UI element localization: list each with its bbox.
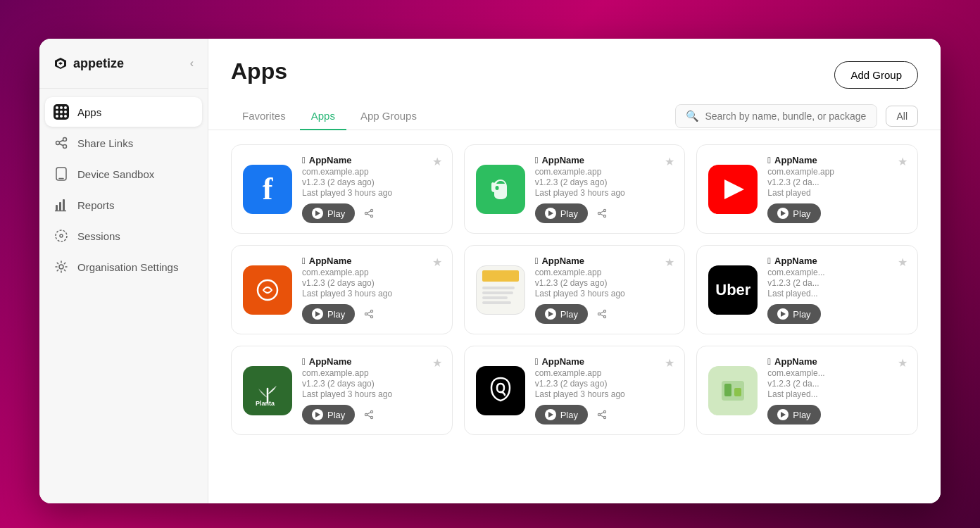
logo-icon	[54, 56, 68, 70]
svg-line-32	[367, 312, 371, 313]
reports-icon	[54, 197, 69, 213]
sidebar-item-sessions-label: Sessions	[77, 230, 120, 242]
tab-app-groups[interactable]: App Groups	[349, 103, 428, 130]
app-info-8:  AppName com.example... v1.2.3 (2 da...…	[767, 356, 906, 425]
app-bundle-8: com.example...	[767, 368, 906, 378]
logo-area: appetize	[54, 56, 124, 71]
app-bundle-3: com.example.app	[302, 268, 441, 277]
device-sandbox-icon	[54, 166, 69, 182]
svg-line-33	[367, 315, 371, 316]
sidebar-item-sessions[interactable]: Sessions	[45, 221, 202, 251]
svg-line-48	[600, 413, 603, 414]
app-card-2[interactable]:  AppName com.example.app v1.2.3 (2 da..…	[696, 144, 918, 234]
svg-point-34	[603, 310, 605, 312]
app-card-8[interactable]:  AppName com.example... v1.2.3 (2 da...…	[696, 346, 918, 435]
favorite-button-3[interactable]: ★	[431, 254, 444, 270]
share-button-3[interactable]	[360, 306, 377, 322]
sidebar-item-reports[interactable]: Reports	[45, 190, 202, 220]
favorite-button-4[interactable]: ★	[663, 254, 676, 270]
share-button-6[interactable]	[360, 406, 377, 423]
app-version-0: v1.2.3 (2 days ago)	[302, 177, 441, 187]
app-bundle-2: com.example.app	[767, 167, 906, 177]
play-button-0[interactable]: Play	[302, 203, 355, 223]
favorite-button-6[interactable]: ★	[431, 355, 444, 371]
share-button-0[interactable]	[360, 205, 377, 222]
favorite-button-1[interactable]: ★	[663, 153, 676, 170]
filter-all-badge[interactable]: All	[886, 106, 918, 127]
app-info-7:  AppName com.example.app v1.2.3 (2 days…	[535, 356, 674, 425]
app-version-1: v1.2.3 (2 days ago)	[535, 177, 674, 187]
favorite-button-0[interactable]: ★	[431, 153, 444, 170]
sidebar-item-share-links[interactable]: Share Links	[45, 128, 202, 158]
svg-line-27	[600, 214, 603, 215]
share-button-4[interactable]	[593, 306, 610, 322]
app-card-1[interactable]:  AppName com.example.app v1.2.3 (2 days…	[464, 144, 686, 234]
play-circle-icon	[312, 208, 323, 219]
svg-point-5	[63, 145, 67, 149]
play-button-5[interactable]: Play	[767, 304, 820, 324]
svg-point-25	[603, 215, 605, 217]
app-last-played-7: Last played 3 hours ago	[535, 389, 674, 399]
share-button-1[interactable]	[593, 205, 610, 222]
svg-point-22	[495, 186, 498, 190]
share-button-7[interactable]	[593, 406, 610, 423]
share-icon	[596, 308, 608, 320]
app-name-8: AppName	[774, 356, 817, 367]
app-card-6[interactable]: Planta  AppName com.example.app v1.2.3 …	[231, 346, 453, 435]
app-name-7: AppName	[541, 356, 584, 367]
svg-point-28	[258, 280, 277, 300]
play-button-3[interactable]: Play	[302, 304, 355, 324]
collapse-sidebar-button[interactable]: ‹	[187, 54, 196, 73]
app-last-played-8: Last played...	[767, 389, 906, 399]
app-actions-8: Play	[767, 405, 906, 425]
svg-point-15	[60, 234, 63, 237]
svg-rect-51	[724, 384, 731, 396]
app-card-5[interactable]: Uber  AppName com.example... v1.2.3 (2 …	[696, 245, 918, 334]
sidebar-item-device-sandbox[interactable]: Device Sandbox	[45, 159, 202, 189]
app-icon-planta: Planta	[243, 366, 292, 415]
app-last-played-0: Last played 3 hours ago	[302, 188, 441, 198]
organisation-settings-icon	[54, 259, 69, 275]
app-info-4:  AppName com.example.app v1.2.3 (2 days…	[535, 256, 674, 324]
app-bundle-0: com.example.app	[302, 167, 441, 177]
app-actions-3: Play	[302, 304, 441, 324]
sidebar-item-organisation-settings[interactable]: Organisation Settings	[45, 252, 202, 282]
svg-line-6	[59, 140, 63, 142]
sidebar-item-reports-label: Reports	[77, 199, 115, 211]
favorite-button-8[interactable]: ★	[896, 355, 909, 371]
app-card-4[interactable]:  AppName com.example.app v1.2.3 (2 days…	[464, 245, 686, 334]
sidebar-item-organisation-settings-label: Organisation Settings	[77, 261, 178, 273]
svg-point-4	[56, 142, 60, 145]
app-actions-0: Play	[302, 203, 441, 223]
search-input[interactable]	[705, 111, 867, 122]
svg-rect-12	[63, 199, 65, 210]
play-button-1[interactable]: Play	[535, 203, 588, 223]
app-card-0[interactable]: f  AppName com.example.app v1.2.3 (2 da…	[231, 144, 453, 234]
play-button-6[interactable]: Play	[302, 405, 355, 425]
favorite-button-2[interactable]: ★	[896, 153, 909, 170]
app-card-7[interactable]:  AppName com.example.app v1.2.3 (2 days…	[464, 346, 686, 435]
favorite-button-7[interactable]: ★	[663, 355, 676, 371]
play-button-7[interactable]: Play	[535, 405, 588, 425]
play-button-4[interactable]: Play	[535, 304, 588, 324]
tab-favorites[interactable]: Favorites	[231, 103, 297, 130]
app-name-1: AppName	[541, 155, 584, 165]
add-group-button[interactable]: Add Group	[834, 61, 918, 89]
app-bundle-5: com.example...	[767, 268, 906, 277]
app-version-2: v1.2.3 (2 da...	[767, 177, 906, 187]
favorite-button-5[interactable]: ★	[896, 254, 909, 270]
svg-line-38	[600, 315, 603, 316]
app-card-3[interactable]:  AppName com.example.app v1.2.3 (2 days…	[231, 245, 453, 334]
play-button-2[interactable]: Play	[767, 203, 820, 223]
app-icon-evernote	[476, 165, 525, 214]
app-actions-4: Play	[535, 304, 674, 324]
tab-apps[interactable]: Apps	[300, 103, 346, 130]
app-info-6:  AppName com.example.app v1.2.3 (2 days…	[302, 356, 441, 425]
app-actions-2: Play	[767, 203, 906, 223]
app-grid: f  AppName com.example.app v1.2.3 (2 da…	[231, 144, 918, 435]
svg-point-31	[371, 315, 373, 318]
sidebar-item-apps[interactable]: Apps	[45, 97, 202, 127]
threads-svg	[487, 375, 514, 406]
play-button-8[interactable]: Play	[767, 405, 820, 425]
svg-rect-11	[59, 202, 61, 210]
